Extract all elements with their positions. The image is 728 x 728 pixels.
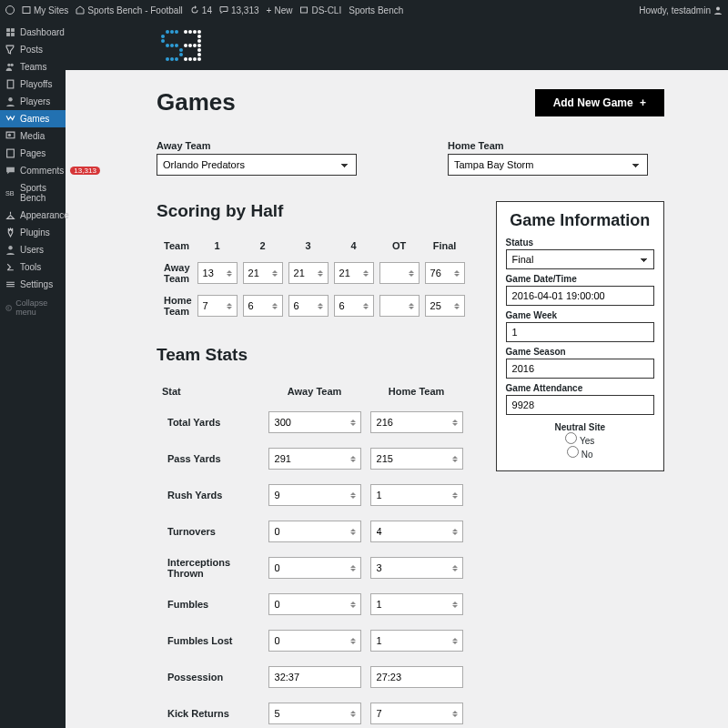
- stat-input[interactable]: [268, 666, 361, 688]
- score-input[interactable]: [425, 295, 465, 317]
- neutral-no-option[interactable]: No: [567, 450, 593, 460]
- site-name-link[interactable]: Sports Bench - Football: [76, 5, 183, 15]
- score-row-label: Home Team: [158, 290, 194, 321]
- content-area: Games Add New Game + Away Team Orlando P…: [66, 20, 728, 728]
- score-input[interactable]: [334, 295, 374, 317]
- attendance-label: Game Attendance: [506, 383, 654, 393]
- stat-input[interactable]: [268, 703, 361, 724]
- stat-input[interactable]: [268, 448, 361, 470]
- my-sites-link[interactable]: My Sites: [22, 5, 68, 15]
- away-team-label: Away Team: [157, 140, 357, 151]
- score-input[interactable]: [197, 262, 238, 284]
- stat-input[interactable]: [268, 484, 361, 506]
- collapse-menu[interactable]: Collapse menu: [0, 293, 66, 322]
- svg-point-11: [8, 97, 12, 101]
- stat-input[interactable]: [370, 557, 463, 579]
- sidebar-item-games[interactable]: Games: [0, 110, 66, 127]
- neutral-yes-option[interactable]: Yes: [565, 436, 594, 446]
- stat-input[interactable]: [370, 521, 463, 542]
- stat-input[interactable]: [370, 593, 463, 615]
- svg-rect-4: [6, 28, 10, 32]
- dscli-link[interactable]: DS-CLI: [299, 5, 341, 15]
- sidebar-item-plugins[interactable]: Plugins: [0, 224, 66, 241]
- sidebar-item-users[interactable]: Users: [0, 241, 66, 258]
- updates-link[interactable]: 14: [190, 5, 212, 15]
- stat-input[interactable]: [268, 593, 361, 615]
- game-information-box: Game Information Status Final Game Date/…: [496, 201, 664, 471]
- sidebar-item-playoffs[interactable]: Playoffs: [0, 76, 66, 93]
- game-info-heading: Game Information: [506, 211, 654, 230]
- stat-label: Total Yards: [158, 405, 263, 440]
- stats-col-header: Home Team: [367, 379, 467, 403]
- stat-input[interactable]: [268, 630, 361, 652]
- svg-rect-2: [301, 7, 308, 13]
- score-input[interactable]: [243, 295, 283, 317]
- sidebar-item-appearance[interactable]: Appearance: [0, 207, 66, 224]
- stat-label: Turnovers: [158, 514, 263, 549]
- status-select[interactable]: Final: [506, 249, 654, 269]
- sidebar-item-players[interactable]: Players: [0, 93, 66, 110]
- score-col-header: 2: [241, 236, 285, 256]
- wp-logo[interactable]: [5, 5, 15, 15]
- stat-input[interactable]: [370, 666, 463, 688]
- stats-col-header: Away Team: [265, 379, 365, 403]
- sidebar-item-posts[interactable]: Posts: [0, 41, 66, 58]
- add-new-game-button[interactable]: Add New Game +: [535, 89, 664, 116]
- team-stats-table: StatAway TeamHome Team Total YardsPass Y…: [157, 378, 469, 728]
- score-input[interactable]: [379, 295, 420, 317]
- stat-label: Fumbles Lost: [158, 623, 263, 658]
- stat-input[interactable]: [370, 484, 463, 506]
- score-input[interactable]: [197, 295, 238, 317]
- svg-rect-10: [7, 80, 14, 88]
- stat-label: Fumbles: [158, 587, 263, 622]
- comments-link[interactable]: 13,313: [219, 5, 259, 15]
- sidebar-item-teams[interactable]: Teams: [0, 58, 66, 76]
- stat-label: Interceptions Thrown: [158, 551, 263, 585]
- season-label: Game Season: [506, 347, 654, 357]
- datetime-input[interactable]: [506, 286, 654, 306]
- new-content-link[interactable]: +New: [267, 5, 293, 15]
- sidebar-item-dashboard[interactable]: Dashboard: [0, 24, 66, 41]
- score-input[interactable]: [334, 262, 374, 284]
- page-title: Games: [157, 88, 236, 116]
- score-col-header: Team: [158, 236, 194, 256]
- sidebar-item-comments[interactable]: Comments13,313: [0, 162, 66, 179]
- score-input[interactable]: [288, 262, 329, 284]
- sidebar-item-pages[interactable]: Pages: [0, 145, 66, 162]
- neutral-site-label: Neutral Site: [506, 422, 654, 432]
- stat-input[interactable]: [268, 411, 361, 433]
- stat-input[interactable]: [370, 411, 463, 433]
- score-input[interactable]: [288, 295, 329, 317]
- score-col-header: OT: [378, 236, 421, 256]
- score-input[interactable]: [243, 262, 283, 284]
- plus-icon: +: [637, 96, 646, 109]
- score-input[interactable]: [425, 262, 465, 284]
- sidebar-item-sports-bench[interactable]: SBSports Bench: [0, 179, 66, 207]
- svg-rect-7: [11, 33, 15, 36]
- attendance-input[interactable]: [506, 395, 654, 415]
- sports-bench-link[interactable]: Sports Bench: [349, 5, 403, 15]
- stats-col-header: Stat: [158, 379, 263, 403]
- away-team-select[interactable]: Orlando Predators: [157, 154, 357, 176]
- svg-point-15: [8, 246, 12, 249]
- score-row-label: Away Team: [158, 258, 194, 288]
- season-input[interactable]: [506, 359, 654, 379]
- home-team-label: Home Team: [448, 140, 648, 151]
- sidebar-item-media[interactable]: Media: [0, 127, 66, 145]
- howdy-account[interactable]: Howdy, testadmin: [639, 5, 723, 15]
- sb-logo: [157, 30, 206, 61]
- svg-rect-1: [23, 7, 30, 14]
- stat-input[interactable]: [370, 630, 463, 652]
- stat-input[interactable]: [370, 703, 463, 724]
- home-team-select[interactable]: Tampa Bay Storm: [448, 154, 648, 176]
- stat-input[interactable]: [268, 521, 361, 542]
- week-input[interactable]: [506, 322, 654, 342]
- score-input[interactable]: [379, 262, 420, 284]
- stat-label: Kick Returns: [158, 696, 263, 728]
- stat-input[interactable]: [268, 557, 361, 579]
- admin-toolbar: My Sites Sports Bench - Football 14 13,3…: [0, 0, 728, 20]
- sidebar-item-tools[interactable]: Tools: [0, 258, 66, 276]
- stat-input[interactable]: [370, 448, 463, 470]
- sidebar-item-settings[interactable]: Settings: [0, 276, 66, 293]
- svg-point-12: [8, 134, 11, 136]
